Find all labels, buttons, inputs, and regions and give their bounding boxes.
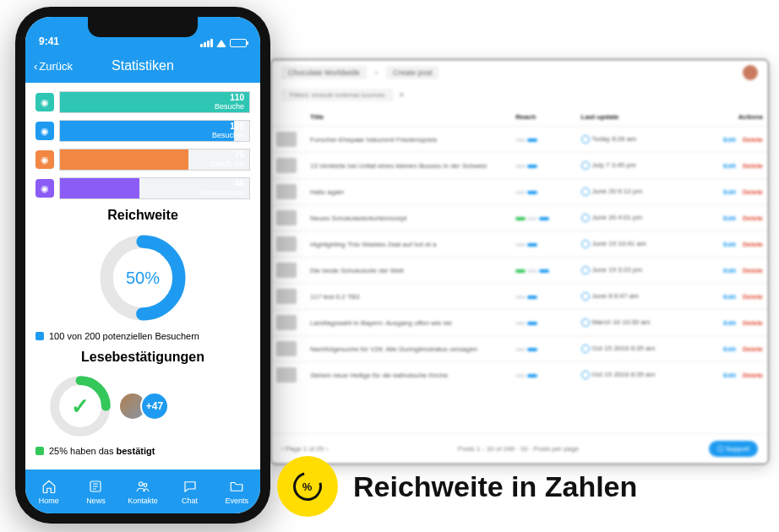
table-row[interactable]: Die beste Schokotorte der WeltJune 15 3:… bbox=[271, 258, 768, 284]
news-icon bbox=[88, 479, 103, 494]
delete-link[interactable]: Delete bbox=[743, 241, 763, 248]
delete-link[interactable]: Delete bbox=[743, 214, 763, 222]
folder-icon bbox=[229, 479, 244, 494]
close-icon[interactable]: ✕ bbox=[399, 91, 405, 99]
breadcrumb-item[interactable]: Chocolate Worldwide bbox=[281, 66, 367, 79]
table-row[interactable]: Hallo againJune 20 6:12 pmEditDelete bbox=[271, 179, 768, 205]
confirm-donut: ✓ bbox=[47, 373, 113, 439]
table-row[interactable]: Forscher-Ehepaar bekommt FriedenspreisTo… bbox=[271, 127, 768, 153]
edit-link[interactable]: Edit bbox=[723, 319, 736, 327]
confirm-heading: Lesebestätigungen bbox=[35, 350, 250, 365]
reach-donut: 50% bbox=[96, 231, 189, 324]
table-row[interactable]: Nachfolgesuche für V28: Alle Dunnglimstr… bbox=[271, 336, 768, 362]
clock-icon bbox=[581, 161, 590, 170]
clock-icon bbox=[581, 318, 590, 327]
clock-icon bbox=[581, 371, 590, 379]
wifi-icon bbox=[216, 40, 226, 47]
stat-bar-2: ◉75Gefällt mir bbox=[35, 149, 250, 171]
edit-link[interactable]: Edit bbox=[723, 345, 736, 353]
post-thumbnail bbox=[276, 367, 297, 383]
contacts-icon bbox=[135, 479, 150, 494]
edit-link[interactable]: Edit bbox=[723, 214, 736, 222]
delete-link[interactable]: Delete bbox=[743, 293, 763, 301]
tab-news[interactable]: News bbox=[73, 470, 120, 513]
confirm-legend: 25% haben das bestätigt bbox=[35, 446, 250, 456]
stat-icon: ◉ bbox=[35, 122, 54, 140]
delete-link[interactable]: Delete bbox=[743, 372, 763, 379]
delete-link[interactable]: Delete bbox=[743, 267, 763, 274]
post-thumbnail bbox=[276, 341, 297, 356]
clock-icon bbox=[581, 214, 590, 222]
reach-legend: 100 von 200 potenziellen Besuchern bbox=[35, 331, 250, 341]
tab-home[interactable]: Home bbox=[25, 470, 73, 513]
stat-icon: ◉ bbox=[35, 150, 54, 169]
clock-icon bbox=[581, 345, 590, 353]
edit-link[interactable]: Edit bbox=[723, 293, 736, 301]
desktop-window: Chocolate Worldwide › Create post Filter… bbox=[270, 59, 769, 464]
posts-table: Title ReachLast update Actions Forscher-… bbox=[271, 108, 768, 388]
stat-icon: ◉ bbox=[35, 93, 54, 111]
stat-bar-1: ◉100Besucher bbox=[35, 120, 250, 142]
status-time: 9:41 bbox=[39, 35, 59, 47]
avatar-more: +47 bbox=[140, 392, 169, 421]
support-button[interactable]: ⓘ Support bbox=[709, 441, 758, 457]
table-row[interactable]: 117 test 6.2 TB3June 8 8:47 amEditDelete bbox=[271, 284, 768, 310]
table-row[interactable]: Neues SchokoladentortenrezeptJune 20 4:0… bbox=[271, 205, 768, 231]
stat-icon: ◉ bbox=[35, 179, 54, 198]
post-thumbnail bbox=[276, 263, 297, 278]
svg-point-5 bbox=[139, 481, 143, 486]
avatar-stack[interactable]: +47 bbox=[125, 392, 169, 421]
delete-link[interactable]: Delete bbox=[743, 188, 763, 196]
delete-link[interactable]: Delete bbox=[743, 136, 763, 144]
page-title: Statistiken bbox=[112, 58, 174, 73]
clock-icon bbox=[581, 266, 590, 274]
clock-icon bbox=[581, 187, 590, 196]
table-row[interactable]: Highlighting This Weekks Zeal auf hot et… bbox=[271, 231, 768, 258]
check-icon: ✓ bbox=[47, 373, 113, 439]
edit-link[interactable]: Edit bbox=[723, 267, 736, 274]
phone-frame: 9:41 ‹ Zurück Statistiken ◉110Besuche◉10… bbox=[15, 7, 270, 524]
stat-bar-3: ◉45Kommentare bbox=[35, 177, 250, 199]
clock-icon bbox=[581, 292, 590, 301]
edit-link[interactable]: Edit bbox=[723, 162, 736, 170]
edit-link[interactable]: Edit bbox=[723, 188, 736, 196]
delete-link[interactable]: Delete bbox=[743, 345, 763, 353]
phone-notch bbox=[88, 17, 198, 37]
tab-events[interactable]: Events bbox=[213, 470, 260, 513]
create-post-button[interactable]: Create post bbox=[386, 66, 439, 79]
tab-chat[interactable]: Chat bbox=[166, 470, 214, 513]
caption: % Reichweite in Zahlen bbox=[277, 456, 637, 517]
clock-icon bbox=[581, 135, 590, 144]
reach-heading: Reichweite bbox=[35, 208, 250, 223]
back-button[interactable]: ‹ Zurück bbox=[34, 60, 73, 73]
delete-link[interactable]: Delete bbox=[743, 319, 763, 327]
svg-point-6 bbox=[144, 483, 147, 486]
page-info: Posts 1 - 10 of 248 · 10 · Posts per pag… bbox=[458, 445, 579, 453]
tab-contacts[interactable]: Kontakte bbox=[119, 470, 166, 513]
home-icon bbox=[41, 479, 57, 494]
user-avatar[interactable] bbox=[743, 65, 758, 80]
edit-link[interactable]: Edit bbox=[723, 136, 736, 144]
post-thumbnail bbox=[276, 236, 297, 252]
caption-text: Reichweite in Zahlen bbox=[353, 470, 637, 503]
edit-link[interactable]: Edit bbox=[723, 241, 736, 248]
post-thumbnail bbox=[276, 132, 297, 147]
percent-badge: % bbox=[277, 456, 338, 517]
post-thumbnail bbox=[276, 158, 297, 173]
delete-link[interactable]: Delete bbox=[743, 162, 763, 170]
chevron-right-icon: › bbox=[375, 68, 378, 77]
pagination[interactable]: ‹ Page 1 of 25 › bbox=[281, 445, 328, 453]
table-row[interactable]: 13 Verletzte bei Unfall eines kleinen Bu… bbox=[271, 153, 768, 179]
clock-icon bbox=[581, 240, 590, 248]
edit-link[interactable]: Edit bbox=[723, 372, 736, 379]
post-thumbnail bbox=[276, 210, 297, 225]
post-thumbnail bbox=[276, 289, 297, 304]
table-row[interactable]: Sieben neue Heilige für die katholische … bbox=[271, 362, 768, 388]
nav-bar: ‹ Zurück Statistiken bbox=[25, 49, 260, 83]
reach-percent: 50% bbox=[96, 231, 189, 324]
chat-icon bbox=[182, 479, 198, 494]
signal-icon bbox=[200, 39, 213, 47]
filter-chip[interactable]: Filters: include external sources bbox=[281, 89, 394, 101]
post-thumbnail bbox=[276, 315, 297, 330]
table-row[interactable]: Landtagswahl in Bayern: Ausgang offen wi… bbox=[271, 310, 768, 336]
